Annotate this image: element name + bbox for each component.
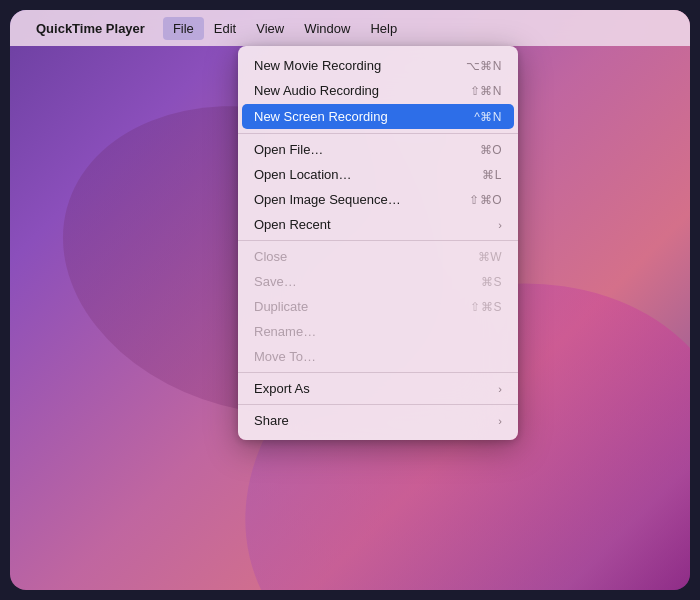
recording-section: New Movie Recording ⌥⌘N New Audio Record… xyxy=(238,50,518,134)
menu-file[interactable]: File xyxy=(163,17,204,40)
new-audio-shortcut: ⇧⌘N xyxy=(470,84,502,98)
new-audio-recording[interactable]: New Audio Recording ⇧⌘N xyxy=(238,78,518,103)
export-as-label: Export As xyxy=(254,381,498,396)
screen-container: QuickTime Player File Edit View Window H… xyxy=(10,10,690,590)
menu-help[interactable]: Help xyxy=(360,17,407,40)
open-image-label: Open Image Sequence… xyxy=(254,192,469,207)
share-item[interactable]: Share › xyxy=(238,408,518,433)
export-as-arrow: › xyxy=(498,383,502,395)
close-label: Close xyxy=(254,249,478,264)
close-item[interactable]: Close ⌘W xyxy=(238,244,518,269)
new-screen-label: New Screen Recording xyxy=(254,109,474,124)
save-item[interactable]: Save… ⌘S xyxy=(238,269,518,294)
new-movie-recording[interactable]: New Movie Recording ⌥⌘N xyxy=(238,53,518,78)
save-shortcut: ⌘S xyxy=(481,275,502,289)
open-section: Open File… ⌘O Open Location… ⌘L Open Ima… xyxy=(238,134,518,241)
menu-view[interactable]: View xyxy=(246,17,294,40)
move-to-item[interactable]: Move To… xyxy=(238,344,518,369)
move-to-label: Move To… xyxy=(254,349,502,364)
file-ops-section: Close ⌘W Save… ⌘S Duplicate ⇧⌘S Rename… … xyxy=(238,241,518,373)
open-recent[interactable]: Open Recent › xyxy=(238,212,518,237)
open-location-shortcut: ⌘L xyxy=(482,168,502,182)
new-screen-shortcut: ^⌘N xyxy=(474,110,502,124)
new-screen-recording[interactable]: New Screen Recording ^⌘N xyxy=(242,104,514,129)
open-file[interactable]: Open File… ⌘O xyxy=(238,137,518,162)
close-shortcut: ⌘W xyxy=(478,250,502,264)
share-arrow: › xyxy=(498,415,502,427)
share-section: Share › xyxy=(238,405,518,436)
new-audio-label: New Audio Recording xyxy=(254,83,470,98)
open-file-label: Open File… xyxy=(254,142,480,157)
open-image-sequence[interactable]: Open Image Sequence… ⇧⌘O xyxy=(238,187,518,212)
export-as-item[interactable]: Export As › xyxy=(238,376,518,401)
new-movie-label: New Movie Recording xyxy=(254,58,466,73)
file-menu-dropdown: New Movie Recording ⌥⌘N New Audio Record… xyxy=(238,46,518,440)
export-section: Export As › xyxy=(238,373,518,405)
open-location-label: Open Location… xyxy=(254,167,482,182)
menu-window[interactable]: Window xyxy=(294,17,360,40)
open-image-shortcut: ⇧⌘O xyxy=(469,193,502,207)
new-movie-shortcut: ⌥⌘N xyxy=(466,59,502,73)
menu-edit[interactable]: Edit xyxy=(204,17,246,40)
duplicate-shortcut: ⇧⌘S xyxy=(470,300,502,314)
rename-item[interactable]: Rename… xyxy=(238,319,518,344)
menubar: QuickTime Player File Edit View Window H… xyxy=(10,10,690,46)
share-label: Share xyxy=(254,413,498,428)
duplicate-item[interactable]: Duplicate ⇧⌘S xyxy=(238,294,518,319)
open-recent-label: Open Recent xyxy=(254,217,498,232)
save-label: Save… xyxy=(254,274,481,289)
open-file-shortcut: ⌘O xyxy=(480,143,502,157)
rename-label: Rename… xyxy=(254,324,502,339)
open-recent-arrow: › xyxy=(498,219,502,231)
open-location[interactable]: Open Location… ⌘L xyxy=(238,162,518,187)
app-name: QuickTime Player xyxy=(36,21,145,36)
duplicate-label: Duplicate xyxy=(254,299,470,314)
